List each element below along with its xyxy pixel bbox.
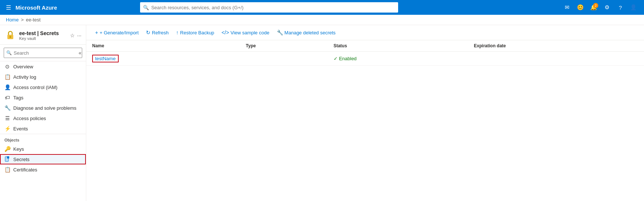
secret-status-cell: ✓ Enabled [328,52,468,66]
sidebar-item-keys[interactable]: 🔑 Keys [0,144,86,154]
sidebar-item-label-diagnose: Diagnose and solve problems [13,105,76,111]
view-sample-code-btn[interactable]: </> View sample code [219,28,272,37]
status-checkmark-icon: ✓ [334,56,338,61]
view-sample-code-icon: </> [222,30,229,35]
status-enabled-badge: ✓ Enabled [334,56,462,61]
col-header-name: Name [86,40,240,52]
sidebar-item-diagnose[interactable]: 🔧 Diagnose and solve problems [0,103,86,113]
account-icon-btn[interactable]: 👤 [628,1,640,13]
sidebar-item-label-overview: Overview [13,64,33,69]
sidebar-item-secrets[interactable]: Secrets [0,154,86,164]
global-search-input[interactable] [140,2,398,13]
secrets-table-container: Name Type Status Expiration date testNam… [86,40,644,201]
tags-icon: 🏷 [4,95,10,100]
manage-deleted-icon: 🔧 [277,30,283,35]
table-header-row: Name Type Status Expiration date [86,40,644,52]
email-icon-btn[interactable]: ✉ [561,1,573,13]
secrets-icon [4,156,10,162]
sidebar-item-activity-log[interactable]: 📋 Activity log [0,72,86,82]
global-search-icon: 🔍 [143,5,149,10]
breadcrumb-resource[interactable]: ee-test [26,17,41,23]
generate-import-btn[interactable]: + + Generate/Import [92,28,142,37]
svg-point-1 [10,36,11,38]
table-row: testName ✓ Enabled [86,52,644,66]
sidebar-item-events[interactable]: ⚡ Events [0,123,86,134]
help-icon-btn[interactable]: ? [615,1,626,13]
sidebar-item-certificates[interactable]: 📋 Certificates [0,164,86,175]
resource-subtitle: Key vault [19,36,59,41]
restore-backup-btn[interactable]: ↑ Restore Backup [173,28,217,37]
sidebar-item-tags[interactable]: 🏷 Tags [0,92,86,103]
svg-rect-4 [7,156,9,159]
global-search: 🔍 [140,2,398,13]
sidebar-item-label-access-policies: Access policies [13,116,46,121]
sidebar-item-overview[interactable]: ⊙ Overview [0,61,86,72]
top-navbar: ☰ Microsoft Azure 🔍 ✉ 😊 🔔 2 ⚙ ? 👤 [0,0,644,15]
sidebar-item-access-policies[interactable]: ☰ Access policies [0,113,86,123]
sidebar-item-label-certificates: Certificates [13,167,37,173]
breadcrumb-home[interactable]: Home [6,17,19,23]
col-header-status: Status [328,40,468,52]
sidebar-search-input[interactable] [4,48,82,58]
keys-icon: 🔑 [4,146,10,152]
sidebar-search-container: 🔍 « [0,45,86,61]
sidebar-item-label-access-control: Access control (IAM) [13,85,58,90]
breadcrumb-separator: > [21,17,24,23]
favorite-star-btn[interactable]: ☆ [70,33,75,38]
events-icon: ⚡ [4,126,10,132]
notifications-icon-btn[interactable]: 🔔 2 [588,1,600,13]
sidebar-nav: ⊙ Overview 📋 Activity log 👤 Access contr… [0,61,86,201]
sidebar-item-secrets-wrapper: Secrets [0,154,86,164]
col-header-type: Type [240,40,328,52]
status-label: Enabled [339,56,357,61]
generate-import-icon: + [95,30,98,35]
refresh-icon: ↻ [146,30,150,35]
toolbar: + + Generate/Import ↻ Refresh ↑ Restore … [86,25,644,40]
more-options-btn[interactable]: ··· [77,33,81,38]
access-policies-icon: ☰ [4,115,10,121]
secret-name-link[interactable]: testName [92,55,119,62]
feedback-icon-btn[interactable]: 😊 [575,1,586,13]
manage-deleted-btn[interactable]: 🔧 Manage deleted secrets [274,28,339,37]
certificates-icon: 📋 [4,167,10,173]
resource-title: ee-test | Secrets [19,30,59,36]
restore-backup-icon: ↑ [176,30,179,35]
sidebar: ee-test | Secrets Key vault ☆ ··· 🔍 « ⊙ … [0,25,86,201]
sidebar-collapse-btn[interactable]: « [79,50,81,56]
notification-badge: 2 [593,3,598,8]
hamburger-menu[interactable]: ☰ [4,3,13,13]
main-layout: ee-test | Secrets Key vault ☆ ··· 🔍 « ⊙ … [0,25,644,201]
diagnose-icon: 🔧 [4,105,10,111]
sidebar-item-label-activity-log: Activity log [13,74,36,80]
secret-name-cell[interactable]: testName [86,52,240,66]
sidebar-search-icon: 🔍 [6,50,12,55]
refresh-btn[interactable]: ↻ Refresh [143,28,172,37]
activity-log-icon: 📋 [4,74,10,80]
breadcrumb: Home > ee-test [0,15,644,25]
resource-header-actions: ☆ ··· [70,33,81,38]
overview-icon: ⊙ [4,64,10,69]
sidebar-item-label-keys: Keys [13,146,24,152]
resource-title-group: ee-test | Secrets Key vault [19,30,59,41]
sidebar-item-label-events: Events [13,126,28,132]
key-vault-icon [4,30,16,41]
sidebar-item-label-tags: Tags [13,95,23,100]
objects-section-header: Objects [0,134,86,144]
azure-logo: Microsoft Azure [15,4,57,11]
content-area: + + Generate/Import ↻ Refresh ↑ Restore … [86,25,644,201]
secrets-table: Name Type Status Expiration date testNam… [86,40,644,66]
sidebar-item-access-control[interactable]: 👤 Access control (IAM) [0,82,86,92]
secret-type-cell [240,52,328,66]
secret-expiration-cell [468,52,644,66]
settings-icon-btn[interactable]: ⚙ [601,1,613,13]
col-header-expiration: Expiration date [468,40,644,52]
access-control-icon: 👤 [4,84,10,90]
topbar-icon-group: ✉ 😊 🔔 2 ⚙ ? 👤 [561,1,640,13]
sidebar-item-label-secrets: Secrets [13,157,29,162]
resource-header: ee-test | Secrets Key vault ☆ ··· [0,25,86,45]
